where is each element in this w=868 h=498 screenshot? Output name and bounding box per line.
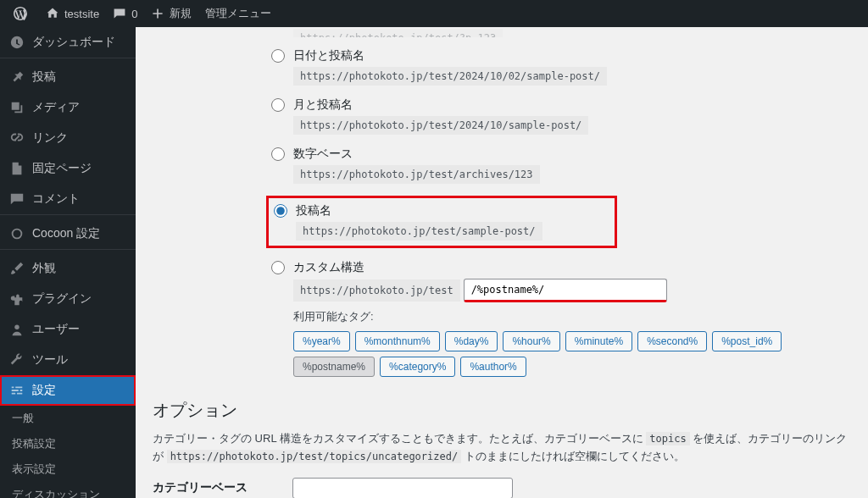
menu-links[interactable]: リンク: [0, 123, 136, 153]
menu-cocoon[interactable]: Cocoon 設定: [0, 219, 136, 249]
menu-tools[interactable]: ツール: [0, 345, 136, 375]
available-tags: %year% %monthnum% %day% %hour% %minute% …: [293, 331, 851, 377]
wordpress-icon: [14, 7, 27, 20]
permalink-plain-example: https://photokoto.jp/test/?p=123: [293, 29, 503, 37]
user-icon: [8, 321, 25, 338]
permalink-numeric-example: https://photokoto.jp/test/archives/123: [293, 165, 540, 184]
wp-logo[interactable]: [7, 0, 39, 27]
permalink-post-name-label: 投稿名: [296, 203, 331, 219]
plugin-icon: [8, 290, 25, 307]
permalink-post-name-example: https://photokoto.jp/test/sample-post/: [296, 222, 542, 241]
comment-icon: [8, 191, 25, 208]
permalink-custom-radio[interactable]: [271, 261, 285, 274]
svg-point-0: [13, 230, 22, 239]
permalink-date-name-row: 日付と投稿名 https://photokoto.jp/test/2024/10…: [153, 48, 851, 86]
submenu-writing[interactable]: 投稿設定: [0, 431, 136, 456]
menu-comments[interactable]: コメント: [0, 184, 136, 214]
optional-description: カテゴリー・タグの URL 構造をカスタマイズすることもできます。たとえば、カテ…: [153, 430, 851, 466]
tag-second[interactable]: %second%: [637, 331, 707, 351]
admin-menu-label: 管理メニュー: [205, 6, 271, 21]
menu-users[interactable]: ユーザー: [0, 314, 136, 345]
permalink-date-name-example: https://photokoto.jp/test/2024/10/02/sam…: [293, 67, 607, 86]
wrench-icon: [8, 351, 25, 368]
permalink-numeric-label: 数字ベース: [293, 147, 353, 162]
plus-icon: [151, 7, 164, 20]
menu-settings[interactable]: 設定: [0, 375, 136, 406]
menu-pages[interactable]: 固定ページ: [0, 153, 136, 184]
permalink-custom-label: カスタム構造: [293, 260, 364, 275]
pin-icon: [8, 69, 25, 86]
comments-link[interactable]: 0: [106, 0, 144, 27]
permalink-date-name-radio[interactable]: [271, 49, 285, 63]
comments-count: 0: [131, 8, 137, 20]
permalink-post-name-radio[interactable]: [274, 204, 287, 218]
tag-hour[interactable]: %hour%: [503, 331, 559, 351]
home-icon: [46, 7, 59, 20]
tag-author[interactable]: %author%: [460, 357, 526, 377]
menu-dashboard[interactable]: ダッシュボード: [0, 27, 136, 58]
permalink-custom-row: カスタム構造 https://photokoto.jp/test 利用可能なタグ…: [153, 260, 851, 377]
permalink-numeric-radio[interactable]: [271, 147, 285, 161]
new-content[interactable]: 新規: [144, 0, 198, 27]
admin-menu-link[interactable]: 管理メニュー: [198, 0, 278, 27]
tag-year[interactable]: %year%: [293, 331, 350, 351]
permalink-numeric-row: 数字ベース https://photokoto.jp/test/archives…: [153, 147, 851, 184]
tag-post-id[interactable]: %post_id%: [712, 331, 782, 351]
tag-day[interactable]: %day%: [445, 331, 498, 351]
cocoon-icon: [8, 225, 25, 242]
page-icon: [8, 160, 25, 177]
admin-sidebar: ダッシュボード 投稿 メディア リンク 固定ページ コメント Cocoon 設定…: [0, 27, 136, 498]
optional-heading: オプション: [153, 399, 851, 422]
available-tags-label: 利用可能なタグ:: [293, 309, 851, 324]
admin-toolbar: testsite 0 新規 管理メニュー: [0, 0, 868, 27]
brush-icon: [8, 260, 25, 277]
permalink-custom-input[interactable]: [464, 279, 667, 302]
permalink-date-name-label: 日付と投稿名: [293, 48, 364, 64]
dashboard-icon: [8, 34, 25, 51]
permalink-custom-prefix: https://photokoto.jp/test: [293, 279, 460, 302]
menu-appearance[interactable]: 外観: [0, 253, 136, 284]
settings-content: https://photokoto.jp/test/?p=123 日付と投稿名 …: [136, 27, 868, 498]
menu-media[interactable]: メディア: [0, 92, 136, 123]
category-base-input[interactable]: [292, 478, 513, 498]
category-base-row: カテゴリーベース: [153, 478, 851, 498]
category-base-label: カテゴリーベース: [153, 480, 292, 495]
tag-category[interactable]: %category%: [380, 357, 455, 377]
submenu-general[interactable]: 一般: [0, 406, 136, 431]
permalink-month-name-radio[interactable]: [271, 98, 285, 112]
permalink-month-name-row: 月と投稿名 https://photokoto.jp/test/2024/10/…: [153, 97, 851, 135]
tag-minute[interactable]: %minute%: [565, 331, 632, 351]
link-icon: [8, 130, 25, 147]
comment-icon: [113, 7, 126, 20]
sliders-icon: [8, 382, 25, 399]
new-label: 新規: [170, 6, 192, 21]
menu-plugins[interactable]: プラグイン: [0, 284, 136, 314]
site-name: testsite: [64, 8, 99, 20]
tag-postname[interactable]: %postname%: [293, 357, 375, 377]
menu-posts[interactable]: 投稿: [0, 62, 136, 92]
permalink-month-name-example: https://photokoto.jp/test/2024/10/sample…: [293, 116, 588, 135]
submenu-discussion[interactable]: ディスカッション: [0, 482, 136, 498]
permalink-post-name-highlight: 投稿名 https://photokoto.jp/test/sample-pos…: [266, 196, 617, 248]
svg-point-1: [14, 325, 19, 329]
tag-monthnum[interactable]: %monthnum%: [355, 331, 440, 351]
site-link[interactable]: testsite: [39, 0, 106, 27]
submenu-reading[interactable]: 表示設定: [0, 456, 136, 482]
permalink-month-name-label: 月と投稿名: [293, 97, 353, 113]
media-icon: [8, 99, 25, 116]
